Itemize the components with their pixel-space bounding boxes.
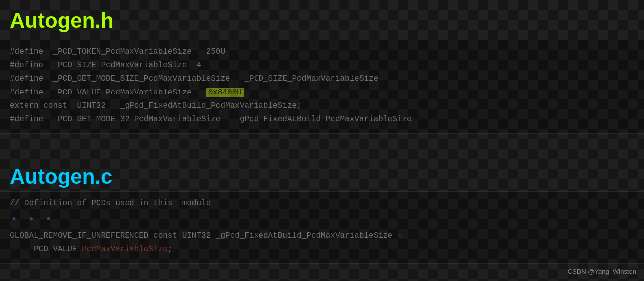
- watermark: CSDN @Yang_Winston: [568, 268, 636, 275]
- title-autogen-c: Autogen.c: [0, 162, 644, 191]
- title-autogen-h: Autogen.h: [0, 5, 644, 36]
- divider-area: [0, 134, 644, 159]
- section-autogen-h: Autogen.h: [0, 0, 644, 40]
- page-wrapper: Autogen.h #define _PCD_TOKEN_PcdMaxVaria…: [0, 0, 644, 281]
- section-autogen-c: Autogen.c: [0, 159, 644, 191]
- watermark-text: CSDN @Yang_Winston: [568, 268, 636, 275]
